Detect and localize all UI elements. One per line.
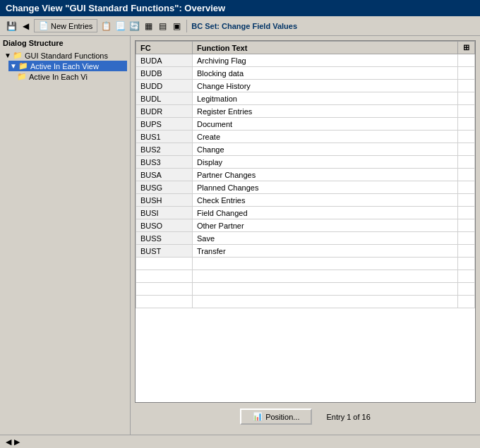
separator — [186, 20, 187, 32]
table-row[interactable]: BUS3Display — [136, 156, 475, 169]
new-entries-label: New Entries — [51, 22, 92, 30]
filter-icon[interactable]: ▣ — [171, 20, 182, 32]
cell-empty — [458, 67, 475, 80]
table-row[interactable]: BUSTTransfer — [136, 245, 475, 258]
cell-fc: BUSI — [136, 207, 193, 219]
cell-text: Change — [193, 143, 458, 156]
cell-empty — [458, 194, 475, 207]
cell-empty — [458, 54, 475, 67]
cell-fc: BUSO — [136, 219, 193, 232]
table-row[interactable]: BUDRRegister Entries — [136, 105, 475, 118]
cell-empty — [458, 232, 475, 245]
cell-empty — [193, 296, 458, 308]
nav-arrows[interactable]: ◀ ▶ — [6, 437, 20, 447]
cell-fc: BUDB — [136, 67, 193, 80]
cell-empty — [458, 245, 475, 258]
folder-icon: 📁 — [17, 72, 27, 81]
entry-info: Entry 1 of 16 — [326, 413, 370, 421]
save-icon[interactable]: 💾 — [6, 20, 17, 32]
cell-empty — [136, 258, 193, 270]
table-row[interactable]: BUSSSave — [136, 232, 475, 245]
table-row[interactable]: BUSHCheck Entries — [136, 194, 475, 207]
sidebar-item-label: Active In Each Vi — [29, 73, 88, 81]
table-row[interactable]: BUSIField Changed — [136, 207, 475, 219]
table-row[interactable]: BUPSDocument — [136, 118, 475, 131]
back-icon[interactable]: ◀ — [20, 20, 31, 32]
cell-fc: BUDA — [136, 54, 193, 67]
table-row[interactable]: BUDBBlocking data — [136, 67, 475, 80]
table-container: FC Function Text ⊞ BUDAArchiving FlagBUD… — [135, 40, 476, 403]
right-arrow-icon[interactable]: ▶ — [14, 437, 20, 447]
cell-fc: BUS2 — [136, 143, 193, 156]
sidebar-item-active-each-vi[interactable]: 📁 Active In Each Vi — [14, 71, 127, 82]
cell-text: Display — [193, 156, 458, 169]
expand-arrow: ▼ — [10, 62, 17, 70]
table-row-empty — [136, 283, 475, 296]
table-icon[interactable]: ▦ — [143, 20, 154, 32]
folder-icon: 📁 — [13, 51, 23, 60]
cell-fc: BUSA — [136, 169, 193, 181]
cell-fc: BUDR — [136, 105, 193, 118]
folder-icon: 📁 — [18, 61, 28, 71]
table-row[interactable]: BUDDChange History — [136, 80, 475, 92]
sidebar-item-active-each-view[interactable]: ▼ 📁 Active In Each View — [8, 61, 127, 71]
cell-text: Document — [193, 118, 458, 131]
cell-empty — [193, 283, 458, 296]
table-row[interactable]: BUSGPlanned Changes — [136, 181, 475, 194]
col-header-settings[interactable]: ⊞ — [458, 42, 475, 54]
cell-fc: BUDL — [136, 92, 193, 105]
cell-fc: BUSH — [136, 194, 193, 207]
cell-empty — [193, 258, 458, 270]
position-label: Position... — [265, 413, 299, 421]
table-row[interactable]: BUS1Create — [136, 131, 475, 143]
cell-empty — [193, 270, 458, 283]
cell-empty — [458, 105, 475, 118]
sidebar-title: Dialog Structure — [3, 39, 127, 47]
cell-empty — [458, 219, 475, 232]
table-row[interactable]: BUDAArchiving Flag — [136, 54, 475, 67]
table-wrapper[interactable]: FC Function Text ⊞ BUDAArchiving FlagBUD… — [136, 41, 475, 402]
cell-empty — [458, 92, 475, 105]
table-row[interactable]: BUDLLegitmation — [136, 92, 475, 105]
left-arrow-icon[interactable]: ◀ — [6, 437, 11, 447]
cell-empty — [136, 270, 193, 283]
cell-empty — [458, 270, 475, 283]
copy-icon[interactable]: 📋 — [100, 20, 112, 32]
position-icon: 📊 — [253, 412, 263, 421]
cell-empty — [458, 207, 475, 219]
cell-text: Save — [193, 232, 458, 245]
title-bar: Change View "GUI Standard Functions": Ov… — [0, 0, 480, 16]
table-row[interactable]: BUSOOther Partner — [136, 219, 475, 232]
expand-arrow: ▼ — [4, 52, 11, 59]
new-entries-icon: 📄 — [39, 21, 49, 30]
cell-text: Register Entries — [193, 105, 458, 118]
cell-fc: BUSG — [136, 181, 193, 194]
cell-text: Check Entries — [193, 194, 458, 207]
col-header-fc: FC — [136, 42, 193, 54]
position-button[interactable]: 📊 Position... — [240, 408, 312, 425]
cell-fc: BUS1 — [136, 131, 193, 143]
cell-text: Legitmation — [193, 92, 458, 105]
refresh-icon[interactable]: 🔄 — [128, 20, 140, 32]
table-row-empty — [136, 270, 475, 283]
cell-fc: BUSS — [136, 232, 193, 245]
main-container: Dialog Structure ▼ 📁 GUI Standard Functi… — [0, 36, 480, 435]
sidebar: Dialog Structure ▼ 📁 GUI Standard Functi… — [0, 36, 131, 435]
cell-empty — [458, 258, 475, 270]
cell-empty — [458, 181, 475, 194]
grid-icon[interactable]: ▤ — [157, 20, 168, 32]
cell-empty — [458, 118, 475, 131]
table-row[interactable]: BUS2Change — [136, 143, 475, 156]
cell-text: Change History — [193, 80, 458, 92]
new-entries-button[interactable]: 📄 New Entries — [34, 19, 97, 32]
cell-fc: BUS3 — [136, 156, 193, 169]
paste-icon[interactable]: 📃 — [114, 20, 126, 32]
cell-empty — [458, 80, 475, 92]
cell-text: Transfer — [193, 245, 458, 258]
table-row[interactable]: BUSAPartner Changes — [136, 169, 475, 181]
sidebar-item-label: GUI Standard Functions — [25, 52, 108, 60]
sidebar-item-gui[interactable]: ▼ 📁 GUI Standard Functions — [3, 50, 127, 61]
cell-empty — [136, 296, 193, 308]
cell-empty — [458, 143, 475, 156]
col-header-text: Function Text — [193, 42, 458, 54]
